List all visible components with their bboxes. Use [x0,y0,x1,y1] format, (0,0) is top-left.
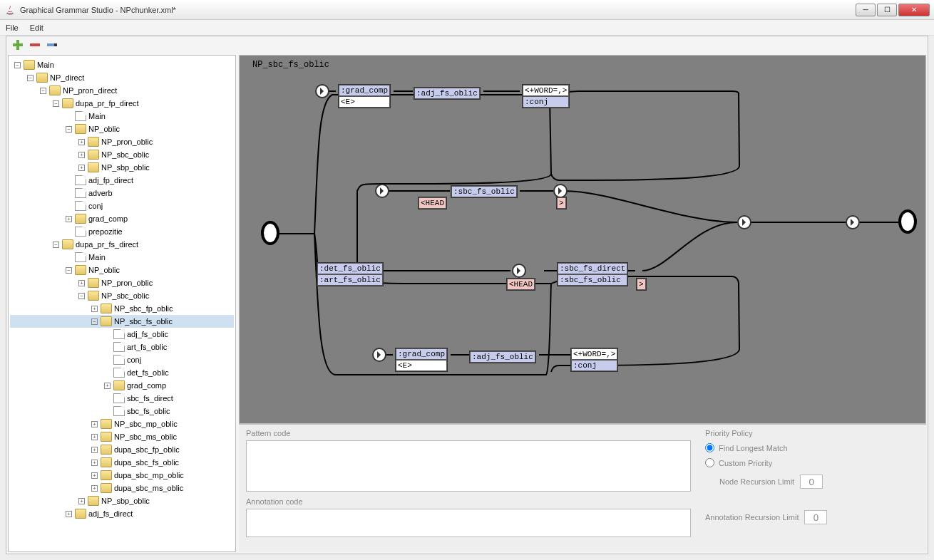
minimize-button[interactable]: ─ [856,4,876,16]
window-title: Graphical Grammar Studio - NPchunker.xml… [20,6,856,14]
maximize-button[interactable]: ☐ [877,4,897,16]
menubar: File Edit [0,20,934,36]
close-button[interactable]: ✕ [898,4,930,16]
java-icon [4,4,16,16]
menu-edit[interactable]: Edit [30,24,43,32]
titlebar: Graphical Grammar Studio - NPchunker.xml… [0,0,934,20]
menu-file[interactable]: File [6,24,19,32]
